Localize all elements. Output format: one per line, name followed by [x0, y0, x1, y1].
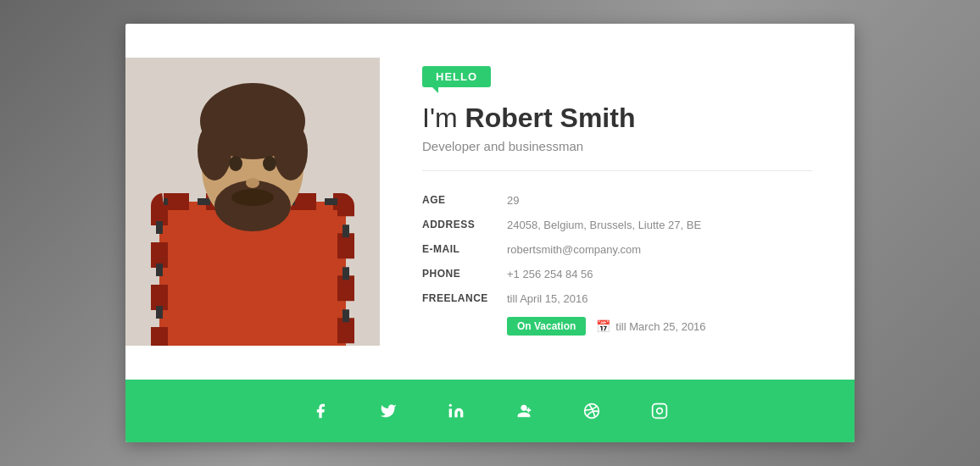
- svg-point-7: [198, 121, 231, 180]
- table-row: E-MAIL robertsmith@company.com: [422, 237, 812, 262]
- person-title: Developer and businessman: [422, 139, 812, 153]
- profile-info-section: HELLO I'm Robert Smith Developer and bus…: [422, 58, 812, 346]
- value-phone: +1 256 254 84 56: [507, 262, 812, 286]
- svg-point-8: [274, 121, 308, 180]
- table-row: FREELANCE till April 15, 2016: [422, 286, 812, 311]
- value-vacation: On Vacation 📅 till March 25, 2016: [507, 311, 812, 341]
- value-age: 29: [507, 188, 812, 213]
- label-phone: PHONE: [422, 262, 507, 286]
- name-prefix: I'm: [422, 103, 465, 133]
- instagram-icon[interactable]: [647, 398, 672, 424]
- profile-card: HELLO I'm Robert Smith Developer and bus…: [125, 24, 855, 442]
- svg-rect-16: [653, 404, 667, 419]
- table-row: AGE 29: [422, 188, 812, 213]
- on-vacation-badge: On Vacation: [507, 317, 586, 336]
- table-row-vacation: On Vacation 📅 till March 25, 2016: [422, 311, 812, 341]
- linkedin-icon[interactable]: [443, 398, 469, 424]
- value-address: 24058, Belgium, Brussels, Liutte 27, BE: [507, 213, 812, 237]
- label-age: AGE: [422, 188, 507, 213]
- label-freelance: FREELANCE: [422, 286, 507, 311]
- label-email: E-MAIL: [422, 237, 507, 262]
- dribbble-icon[interactable]: [579, 398, 604, 424]
- label-address: ADDRESS: [422, 213, 507, 237]
- google-plus-icon[interactable]: [511, 398, 537, 424]
- card-top-section: HELLO I'm Robert Smith Developer and bus…: [125, 24, 855, 380]
- info-table: AGE 29 ADDRESS 24058, Belgium, Brussels,…: [422, 188, 812, 341]
- calendar-icon: 📅: [596, 319, 610, 333]
- svg-point-10: [229, 156, 242, 171]
- vacation-row: On Vacation 📅 till March 25, 2016: [507, 317, 812, 336]
- svg-point-13: [231, 189, 274, 206]
- facebook-icon[interactable]: [308, 398, 333, 424]
- table-row: ADDRESS 24058, Belgium, Brussels, Liutte…: [422, 213, 812, 237]
- table-row: PHONE +1 256 254 84 56: [422, 262, 812, 286]
- svg-point-11: [263, 156, 276, 171]
- divider: [422, 170, 812, 171]
- card-footer: [125, 380, 855, 442]
- hello-badge: HELLO: [422, 66, 491, 87]
- name-bold: Robert Smith: [465, 103, 636, 133]
- label-vacation: [422, 311, 507, 341]
- value-freelance: till April 15, 2016: [507, 286, 812, 311]
- profile-photo: [125, 58, 380, 346]
- vacation-date-text: till March 25, 2016: [615, 320, 705, 333]
- svg-point-12: [246, 178, 259, 188]
- person-name: I'm Robert Smith: [422, 103, 812, 134]
- value-email: robertsmith@company.com: [507, 237, 812, 262]
- twitter-icon[interactable]: [376, 398, 401, 424]
- svg-point-14: [449, 404, 452, 407]
- vacation-date: 📅 till March 25, 2016: [596, 319, 705, 333]
